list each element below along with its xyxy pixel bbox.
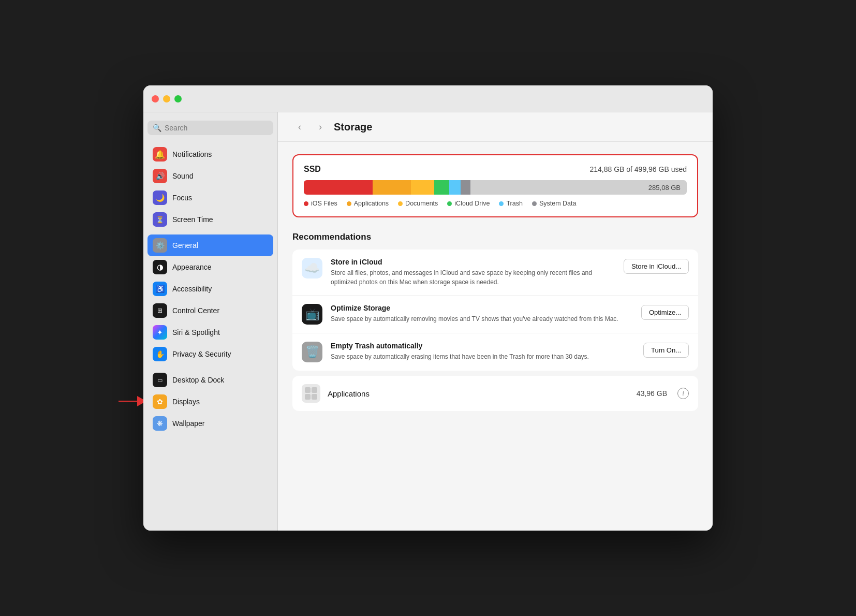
- controlcenter-icon: ⊞: [153, 303, 167, 318]
- appearance-icon: ◑: [153, 260, 167, 274]
- accessibility-label: Accessibility: [172, 285, 212, 293]
- applications-row-icon: [302, 384, 320, 403]
- detail-header: ‹ › Storage: [278, 112, 713, 142]
- applications-size: 43,96 GB: [637, 389, 667, 398]
- svg-rect-2: [305, 394, 311, 400]
- legend-ios: iOS Files: [304, 200, 337, 207]
- arrow-indicator: [119, 396, 146, 406]
- legend-label-documents: Documents: [405, 200, 438, 207]
- rec-btn-optimize[interactable]: Optimize...: [641, 305, 689, 320]
- privacy-label: Privacy & Security: [172, 350, 231, 358]
- wallpaper-icon: ❋: [153, 416, 167, 431]
- main-area: 🔍 🔔 Notifications 🔊 Sound 🌙 Focus: [143, 112, 713, 531]
- controlcenter-label: Control Center: [172, 306, 219, 315]
- legend-icloud: iCloud Drive: [447, 200, 490, 207]
- traffic-lights: [152, 95, 182, 102]
- applications-info-button[interactable]: i: [677, 388, 689, 399]
- rec-title-trash: Empty Trash automatically: [331, 342, 635, 350]
- rec-item-icloud: ☁️ Store in iCloud Store all files, phot…: [292, 250, 698, 296]
- svg-rect-1: [312, 387, 317, 393]
- rec-icon-trash: 🗑️: [302, 342, 322, 362]
- sidebar-item-accessibility[interactable]: ♿ Accessibility: [147, 278, 273, 300]
- screentime-icon: ⏳: [153, 212, 167, 227]
- legend-dot-applications: [347, 201, 351, 206]
- wallpaper-label: Wallpaper: [172, 419, 205, 428]
- bar-trash: [449, 180, 461, 195]
- focus-icon: 🌙: [153, 190, 167, 205]
- rec-text-optimize: Optimize Storage Save space by automatic…: [331, 304, 633, 324]
- search-box[interactable]: 🔍: [147, 121, 273, 135]
- sidebar-item-notifications[interactable]: 🔔 Notifications: [147, 143, 273, 165]
- sidebar-item-wallpaper[interactable]: ❋ Wallpaper: [147, 413, 273, 434]
- search-input[interactable]: [165, 124, 268, 132]
- applications-label: Applications: [328, 389, 629, 398]
- sound-icon: 🔊: [153, 169, 167, 183]
- sidebar-item-displays[interactable]: ✿ Displays: [147, 391, 273, 413]
- close-button[interactable]: [152, 95, 159, 102]
- sidebar-item-screentime[interactable]: ⏳ Screen Time: [147, 209, 273, 230]
- rec-btn-trash[interactable]: Turn On...: [643, 343, 689, 358]
- desktop-label: Desktop & Dock: [172, 376, 224, 384]
- rec-icon-optimize: 📺: [302, 304, 322, 325]
- svg-rect-3: [312, 394, 317, 400]
- rec-btn-icloud[interactable]: Store in iCloud...: [624, 259, 689, 274]
- maximize-button[interactable]: [174, 95, 182, 102]
- rec-desc-icloud: Store all files, photos, and messages in…: [331, 268, 615, 287]
- bar-applications: [373, 180, 411, 195]
- sidebar-item-privacy[interactable]: ✋ Privacy & Security: [147, 343, 273, 365]
- storage-legend: iOS Files Applications Documents: [304, 200, 687, 207]
- legend-dot-systemdata: [532, 201, 537, 206]
- sidebar-item-focus[interactable]: 🌙 Focus: [147, 187, 273, 209]
- sidebar: 🔍 🔔 Notifications 🔊 Sound 🌙 Focus: [143, 112, 278, 531]
- rec-desc-trash: Save space by automatically erasing item…: [331, 352, 635, 361]
- sound-label: Sound: [172, 172, 193, 180]
- storage-free-label: 285,08 GB: [648, 184, 681, 192]
- general-label: General: [172, 241, 198, 250]
- forward-button[interactable]: ›: [313, 120, 328, 134]
- bar-ios: [304, 180, 373, 195]
- legend-label-ios: iOS Files: [311, 200, 337, 207]
- sidebar-item-sound[interactable]: 🔊 Sound: [147, 165, 273, 187]
- storage-header: SSD 214,88 GB of 499,96 GB used: [304, 165, 687, 174]
- sidebar-item-siri[interactable]: ✦ Siri & Spotlight: [147, 321, 273, 343]
- info-icon: i: [682, 389, 684, 398]
- sidebar-item-appearance[interactable]: ◑ Appearance: [147, 256, 273, 278]
- back-button[interactable]: ‹: [292, 120, 307, 134]
- rec-title-icloud: Store in iCloud: [331, 258, 615, 266]
- legend-applications: Applications: [347, 200, 389, 207]
- title-bar: [143, 85, 713, 112]
- legend-label-systemdata: System Data: [539, 200, 577, 207]
- rec-desc-optimize: Save space by automatically removing mov…: [331, 314, 633, 324]
- legend-dot-ios: [304, 201, 308, 206]
- sidebar-item-controlcenter[interactable]: ⊞ Control Center: [147, 300, 273, 321]
- desktop-icon: ▭: [153, 373, 167, 387]
- rec-icon-icloud: ☁️: [302, 258, 322, 278]
- sidebar-item-general[interactable]: ⚙️ General: [147, 234, 273, 256]
- siri-icon: ✦: [153, 325, 167, 340]
- notifications-label: Notifications: [172, 150, 212, 158]
- displays-label: Displays: [172, 398, 200, 406]
- minimize-button[interactable]: [163, 95, 170, 102]
- legend-dot-icloud: [447, 201, 452, 206]
- bar-systemdata: [461, 180, 470, 195]
- sidebar-item-desktop[interactable]: ▭ Desktop & Dock: [147, 369, 273, 391]
- focus-label: Focus: [172, 194, 192, 202]
- detail-content: SSD 214,88 GB of 499,96 GB used 285,08 G…: [278, 142, 713, 531]
- siri-label: Siri & Spotlight: [172, 328, 220, 336]
- legend-dot-documents: [398, 201, 403, 206]
- page-title: Storage: [334, 121, 372, 133]
- bar-icloud: [434, 180, 450, 195]
- rec-item-trash: 🗑️ Empty Trash automatically Save space …: [292, 333, 698, 371]
- general-icon: ⚙️: [153, 238, 167, 253]
- legend-trash: Trash: [499, 200, 523, 207]
- svg-rect-0: [305, 387, 311, 393]
- rec-title-optimize: Optimize Storage: [331, 304, 633, 312]
- legend-documents: Documents: [398, 200, 438, 207]
- legend-dot-trash: [499, 201, 504, 206]
- storage-used-text: 214,88 GB of 499,96 GB used: [589, 165, 687, 173]
- recommendations-title: Recommendations: [292, 232, 698, 242]
- recommendations-list: ☁️ Store in iCloud Store all files, phot…: [292, 250, 698, 371]
- storage-bar: 285,08 GB: [304, 180, 687, 195]
- legend-label-trash: Trash: [506, 200, 523, 207]
- displays-icon: ✿: [153, 394, 167, 409]
